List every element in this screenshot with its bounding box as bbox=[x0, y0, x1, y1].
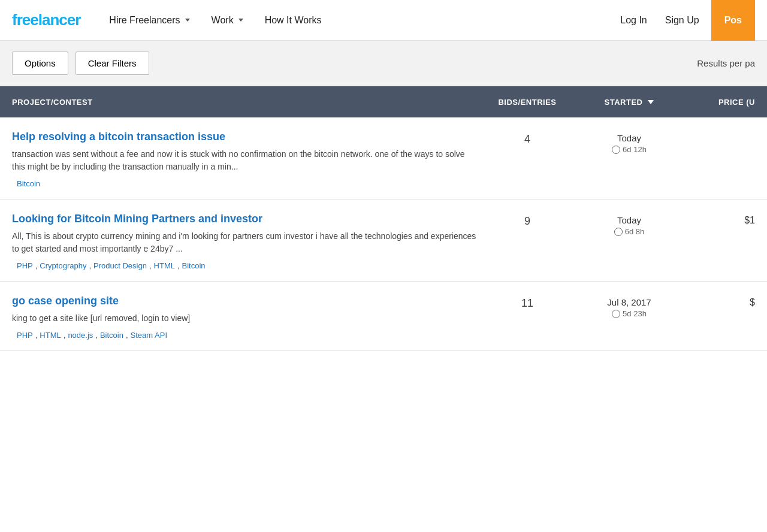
listing-description: All, This is about crypto currency minin… bbox=[12, 230, 479, 255]
listing-started: Jul 8, 2017 5d 23h bbox=[575, 295, 683, 318]
clear-filters-button[interactable]: Clear Filters bbox=[76, 52, 149, 75]
nav-work[interactable]: Work bbox=[201, 0, 254, 41]
tag-separator: , bbox=[149, 261, 152, 270]
results-per-page: Results per pa bbox=[697, 58, 755, 68]
tag-link[interactable]: Steam API bbox=[131, 331, 167, 340]
listing-description: transaction was sent without a fee and n… bbox=[12, 148, 479, 173]
listing-started: Today 6d 8h bbox=[575, 213, 683, 236]
listing-bids: 4 bbox=[479, 131, 575, 146]
listing-title[interactable]: go case opening site bbox=[12, 295, 479, 307]
tag-link[interactable]: PHP bbox=[17, 331, 33, 340]
chevron-down-icon bbox=[238, 19, 243, 22]
sort-desc-icon bbox=[648, 100, 654, 104]
listing-bids: 9 bbox=[479, 213, 575, 228]
clock-icon bbox=[612, 146, 620, 154]
logo-text: reelancer bbox=[17, 11, 81, 29]
logo-accent: f bbox=[12, 11, 17, 29]
col-title: PROJECT/CONTEST bbox=[12, 98, 479, 107]
options-button[interactable]: Options bbox=[12, 52, 68, 75]
table-header: PROJECT/CONTEST BIDS/ENTRIES STARTED PRI… bbox=[0, 86, 767, 117]
started-date: Today bbox=[575, 133, 683, 143]
col-price: PRICE (U bbox=[683, 98, 755, 107]
table-row: Help resolving a bitcoin transaction iss… bbox=[0, 117, 767, 200]
col-started[interactable]: STARTED bbox=[575, 98, 683, 107]
col-bids: BIDS/ENTRIES bbox=[479, 98, 575, 107]
table-row: go case opening site king to get a site … bbox=[0, 282, 767, 351]
clock-icon bbox=[612, 310, 620, 318]
listing-description: king to get a site like [url removed, lo… bbox=[12, 312, 479, 325]
started-date: Today bbox=[575, 215, 683, 225]
nav-links: Hire Freelancers Work How It Works bbox=[98, 0, 614, 41]
tag-link[interactable]: HTML bbox=[154, 261, 175, 270]
filter-bar: Options Clear Filters Results per pa bbox=[0, 41, 767, 86]
tag-separator: , bbox=[35, 261, 38, 270]
login-button[interactable]: Log In bbox=[614, 15, 653, 26]
listing-content: Help resolving a bitcoin transaction iss… bbox=[12, 131, 479, 188]
listing-tags: Bitcoin bbox=[12, 179, 479, 188]
nav-hire-freelancers[interactable]: Hire Freelancers bbox=[98, 0, 200, 41]
listing-content: go case opening site king to get a site … bbox=[12, 295, 479, 340]
listing-started: Today 6d 12h bbox=[575, 131, 683, 154]
navbar: freelancer Hire Freelancers Work How It … bbox=[0, 0, 767, 41]
clock-icon bbox=[614, 228, 623, 236]
listing-price bbox=[683, 131, 755, 133]
listings-container: Help resolving a bitcoin transaction iss… bbox=[0, 117, 767, 351]
listing-tags: PHP, Cryptography, Product Design, HTML,… bbox=[12, 261, 479, 270]
started-time: 6d 8h bbox=[575, 227, 683, 236]
tag-separator: , bbox=[64, 331, 66, 340]
tag-link[interactable]: PHP bbox=[17, 261, 33, 270]
listing-title[interactable]: Help resolving a bitcoin transaction iss… bbox=[12, 131, 479, 143]
table-row: Looking for Bitcoin Mining Partners and … bbox=[0, 200, 767, 282]
started-time: 5d 23h bbox=[575, 309, 683, 318]
nav-right: Log In Sign Up Pos bbox=[614, 0, 755, 41]
listing-bids: 11 bbox=[479, 295, 575, 310]
started-time: 6d 12h bbox=[575, 145, 683, 154]
tag-separator: , bbox=[177, 261, 180, 270]
listing-price: $1 bbox=[683, 213, 755, 226]
tag-link[interactable]: Bitcoin bbox=[182, 261, 206, 270]
listing-content: Looking for Bitcoin Mining Partners and … bbox=[12, 213, 479, 270]
tag-link[interactable]: Bitcoin bbox=[100, 331, 123, 340]
tag-separator: , bbox=[95, 331, 98, 340]
listing-tags: PHP, HTML, node.js, Bitcoin, Steam API bbox=[12, 331, 479, 340]
post-button[interactable]: Pos bbox=[711, 0, 755, 41]
tag-link[interactable]: HTML bbox=[40, 331, 61, 340]
tag-separator: , bbox=[35, 331, 38, 340]
nav-how-it-works[interactable]: How It Works bbox=[254, 0, 333, 41]
listing-price: $ bbox=[683, 295, 755, 308]
tag-link[interactable]: Bitcoin bbox=[17, 179, 40, 188]
chevron-down-icon bbox=[185, 19, 190, 22]
tag-separator: , bbox=[126, 331, 128, 340]
logo[interactable]: freelancer bbox=[12, 11, 80, 29]
tag-link[interactable]: Cryptography bbox=[40, 261, 86, 270]
started-date: Jul 8, 2017 bbox=[575, 297, 683, 307]
tag-link[interactable]: Product Design bbox=[93, 261, 147, 270]
tag-separator: , bbox=[89, 261, 91, 270]
tag-link[interactable]: node.js bbox=[68, 331, 93, 340]
listing-title[interactable]: Looking for Bitcoin Mining Partners and … bbox=[12, 213, 479, 225]
signup-button[interactable]: Sign Up bbox=[659, 15, 705, 26]
